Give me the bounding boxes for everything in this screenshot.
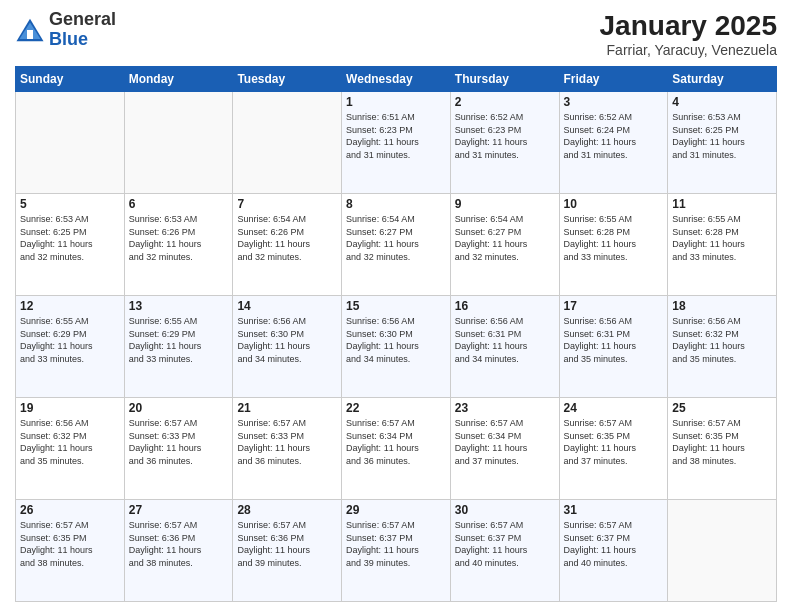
calendar-cell (233, 92, 342, 194)
day-number: 6 (129, 197, 229, 211)
page: General Blue January 2025 Farriar, Yarac… (0, 0, 792, 612)
calendar-cell: 6Sunrise: 6:53 AM Sunset: 6:26 PM Daylig… (124, 194, 233, 296)
day-number: 14 (237, 299, 337, 313)
calendar-cell: 26Sunrise: 6:57 AM Sunset: 6:35 PM Dayli… (16, 500, 125, 602)
day-info: Sunrise: 6:53 AM Sunset: 6:25 PM Dayligh… (20, 213, 120, 263)
weekday-saturday: Saturday (668, 67, 777, 92)
day-number: 9 (455, 197, 555, 211)
day-info: Sunrise: 6:56 AM Sunset: 6:30 PM Dayligh… (346, 315, 446, 365)
calendar-cell: 29Sunrise: 6:57 AM Sunset: 6:37 PM Dayli… (342, 500, 451, 602)
day-number: 31 (564, 503, 664, 517)
day-number: 26 (20, 503, 120, 517)
location-subtitle: Farriar, Yaracuy, Venezuela (600, 42, 777, 58)
day-info: Sunrise: 6:57 AM Sunset: 6:36 PM Dayligh… (237, 519, 337, 569)
day-info: Sunrise: 6:52 AM Sunset: 6:24 PM Dayligh… (564, 111, 664, 161)
week-row-2: 5Sunrise: 6:53 AM Sunset: 6:25 PM Daylig… (16, 194, 777, 296)
day-info: Sunrise: 6:53 AM Sunset: 6:25 PM Dayligh… (672, 111, 772, 161)
calendar-cell: 25Sunrise: 6:57 AM Sunset: 6:35 PM Dayli… (668, 398, 777, 500)
week-row-3: 12Sunrise: 6:55 AM Sunset: 6:29 PM Dayli… (16, 296, 777, 398)
day-info: Sunrise: 6:57 AM Sunset: 6:34 PM Dayligh… (455, 417, 555, 467)
day-number: 5 (20, 197, 120, 211)
logo-general-text: General (49, 10, 116, 30)
day-info: Sunrise: 6:57 AM Sunset: 6:34 PM Dayligh… (346, 417, 446, 467)
day-number: 21 (237, 401, 337, 415)
calendar-cell: 27Sunrise: 6:57 AM Sunset: 6:36 PM Dayli… (124, 500, 233, 602)
weekday-friday: Friday (559, 67, 668, 92)
calendar-cell: 21Sunrise: 6:57 AM Sunset: 6:33 PM Dayli… (233, 398, 342, 500)
calendar-cell: 14Sunrise: 6:56 AM Sunset: 6:30 PM Dayli… (233, 296, 342, 398)
day-info: Sunrise: 6:52 AM Sunset: 6:23 PM Dayligh… (455, 111, 555, 161)
calendar-cell: 8Sunrise: 6:54 AM Sunset: 6:27 PM Daylig… (342, 194, 451, 296)
logo: General Blue (15, 10, 116, 50)
week-row-4: 19Sunrise: 6:56 AM Sunset: 6:32 PM Dayli… (16, 398, 777, 500)
day-number: 24 (564, 401, 664, 415)
weekday-thursday: Thursday (450, 67, 559, 92)
day-number: 30 (455, 503, 555, 517)
day-number: 8 (346, 197, 446, 211)
day-info: Sunrise: 6:55 AM Sunset: 6:28 PM Dayligh… (672, 213, 772, 263)
day-number: 7 (237, 197, 337, 211)
day-info: Sunrise: 6:56 AM Sunset: 6:31 PM Dayligh… (564, 315, 664, 365)
day-number: 23 (455, 401, 555, 415)
calendar-cell: 17Sunrise: 6:56 AM Sunset: 6:31 PM Dayli… (559, 296, 668, 398)
calendar-cell: 5Sunrise: 6:53 AM Sunset: 6:25 PM Daylig… (16, 194, 125, 296)
day-info: Sunrise: 6:54 AM Sunset: 6:26 PM Dayligh… (237, 213, 337, 263)
day-number: 1 (346, 95, 446, 109)
calendar-cell: 18Sunrise: 6:56 AM Sunset: 6:32 PM Dayli… (668, 296, 777, 398)
day-number: 3 (564, 95, 664, 109)
calendar-table: SundayMondayTuesdayWednesdayThursdayFrid… (15, 66, 777, 602)
calendar-cell: 3Sunrise: 6:52 AM Sunset: 6:24 PM Daylig… (559, 92, 668, 194)
calendar-cell: 10Sunrise: 6:55 AM Sunset: 6:28 PM Dayli… (559, 194, 668, 296)
weekday-header-row: SundayMondayTuesdayWednesdayThursdayFrid… (16, 67, 777, 92)
calendar-cell: 15Sunrise: 6:56 AM Sunset: 6:30 PM Dayli… (342, 296, 451, 398)
day-info: Sunrise: 6:57 AM Sunset: 6:33 PM Dayligh… (237, 417, 337, 467)
calendar-cell: 4Sunrise: 6:53 AM Sunset: 6:25 PM Daylig… (668, 92, 777, 194)
calendar-cell: 12Sunrise: 6:55 AM Sunset: 6:29 PM Dayli… (16, 296, 125, 398)
day-info: Sunrise: 6:57 AM Sunset: 6:35 PM Dayligh… (672, 417, 772, 467)
calendar-cell: 22Sunrise: 6:57 AM Sunset: 6:34 PM Dayli… (342, 398, 451, 500)
day-info: Sunrise: 6:57 AM Sunset: 6:35 PM Dayligh… (20, 519, 120, 569)
day-info: Sunrise: 6:51 AM Sunset: 6:23 PM Dayligh… (346, 111, 446, 161)
day-info: Sunrise: 6:55 AM Sunset: 6:28 PM Dayligh… (564, 213, 664, 263)
calendar-cell: 9Sunrise: 6:54 AM Sunset: 6:27 PM Daylig… (450, 194, 559, 296)
day-number: 27 (129, 503, 229, 517)
calendar-cell: 19Sunrise: 6:56 AM Sunset: 6:32 PM Dayli… (16, 398, 125, 500)
day-number: 11 (672, 197, 772, 211)
calendar-cell: 16Sunrise: 6:56 AM Sunset: 6:31 PM Dayli… (450, 296, 559, 398)
day-info: Sunrise: 6:56 AM Sunset: 6:32 PM Dayligh… (672, 315, 772, 365)
day-info: Sunrise: 6:57 AM Sunset: 6:37 PM Dayligh… (455, 519, 555, 569)
calendar-cell: 20Sunrise: 6:57 AM Sunset: 6:33 PM Dayli… (124, 398, 233, 500)
day-info: Sunrise: 6:55 AM Sunset: 6:29 PM Dayligh… (129, 315, 229, 365)
calendar-cell (124, 92, 233, 194)
day-number: 19 (20, 401, 120, 415)
week-row-1: 1Sunrise: 6:51 AM Sunset: 6:23 PM Daylig… (16, 92, 777, 194)
day-number: 13 (129, 299, 229, 313)
day-info: Sunrise: 6:57 AM Sunset: 6:35 PM Dayligh… (564, 417, 664, 467)
header: General Blue January 2025 Farriar, Yarac… (15, 10, 777, 58)
day-info: Sunrise: 6:57 AM Sunset: 6:37 PM Dayligh… (564, 519, 664, 569)
day-info: Sunrise: 6:53 AM Sunset: 6:26 PM Dayligh… (129, 213, 229, 263)
logo-icon (15, 15, 45, 45)
calendar-cell: 30Sunrise: 6:57 AM Sunset: 6:37 PM Dayli… (450, 500, 559, 602)
day-number: 28 (237, 503, 337, 517)
day-number: 25 (672, 401, 772, 415)
calendar-cell (668, 500, 777, 602)
day-number: 29 (346, 503, 446, 517)
calendar-cell: 1Sunrise: 6:51 AM Sunset: 6:23 PM Daylig… (342, 92, 451, 194)
calendar-cell: 11Sunrise: 6:55 AM Sunset: 6:28 PM Dayli… (668, 194, 777, 296)
logo-blue-text: Blue (49, 30, 116, 50)
calendar-cell: 31Sunrise: 6:57 AM Sunset: 6:37 PM Dayli… (559, 500, 668, 602)
day-info: Sunrise: 6:54 AM Sunset: 6:27 PM Dayligh… (455, 213, 555, 263)
day-number: 12 (20, 299, 120, 313)
calendar-cell: 2Sunrise: 6:52 AM Sunset: 6:23 PM Daylig… (450, 92, 559, 194)
day-info: Sunrise: 6:56 AM Sunset: 6:31 PM Dayligh… (455, 315, 555, 365)
day-number: 10 (564, 197, 664, 211)
day-info: Sunrise: 6:55 AM Sunset: 6:29 PM Dayligh… (20, 315, 120, 365)
day-info: Sunrise: 6:56 AM Sunset: 6:30 PM Dayligh… (237, 315, 337, 365)
svg-rect-2 (27, 30, 33, 39)
day-info: Sunrise: 6:57 AM Sunset: 6:33 PM Dayligh… (129, 417, 229, 467)
calendar-cell: 7Sunrise: 6:54 AM Sunset: 6:26 PM Daylig… (233, 194, 342, 296)
day-number: 22 (346, 401, 446, 415)
weekday-monday: Monday (124, 67, 233, 92)
day-number: 18 (672, 299, 772, 313)
